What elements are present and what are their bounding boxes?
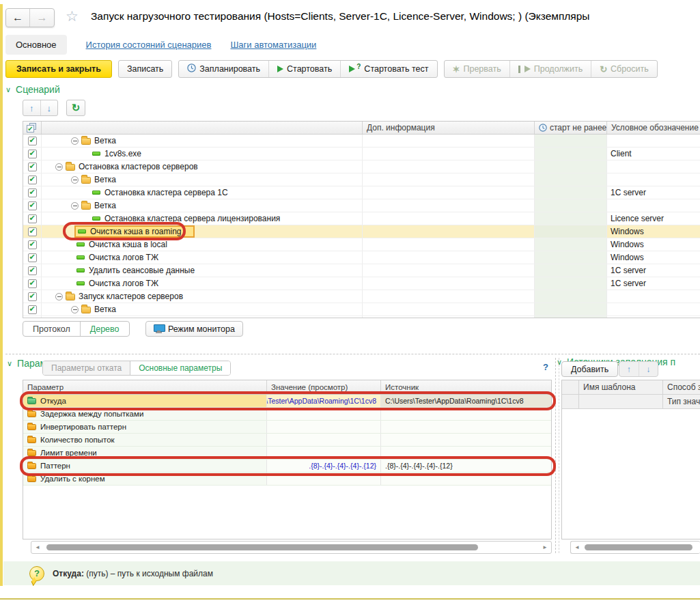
checkbox[interactable]: ✔ [28,266,37,275]
scroll-left-icon[interactable]: ◄ [574,544,580,550]
forward-button[interactable]: → [30,9,54,27]
value-column-header[interactable]: Значение (просмотр) [267,380,381,394]
param-source-cell[interactable] [381,421,551,433]
add-button[interactable]: Добавить [561,361,618,377]
move-up-button[interactable]: ↑ [23,100,41,115]
fill-sources-horizontal-scrollbar[interactable]: ◄ [570,541,700,554]
param-value-cell[interactable] [267,447,381,459]
view-protocol-button[interactable]: Протокол [23,322,81,336]
param-source-cell[interactable] [381,434,551,446]
tree-row[interactable]: ✔Очистка логов ТЖ1C server [23,277,700,290]
move-down-button[interactable]: ↓ [41,100,58,115]
param-source-cell[interactable] [381,473,551,485]
tree-row[interactable]: ✔Ветка [23,173,700,186]
checkbox[interactable]: ✔ [28,240,37,249]
param-value-cell[interactable] [267,421,381,433]
tree-row[interactable]: ✔1cv8s.exeClient [23,148,700,160]
schedule-button[interactable]: Запланировать [179,61,269,77]
checkbox[interactable]: ✔ [28,150,37,158]
param-source-cell[interactable]: .{8}-.{4}-.{4}-.{4}-.{12} [381,460,551,472]
value-type-column-header[interactable]: Тип знач [663,395,700,409]
tree-column-header[interactable] [42,122,363,134]
tree-row[interactable]: ✔Ветка [23,135,700,148]
collapse-node-icon[interactable] [71,137,79,145]
collapse-node-icon[interactable] [71,306,79,313]
fill-move-up-button[interactable]: ↑ [619,362,639,376]
param-value-cell[interactable]: C:\Users\Tester\AppData\Roaming\1C\1cv8 [267,395,381,407]
param-row[interactable]: Инвертировать паттерн [23,421,551,434]
select-all-header[interactable]: ✔ [23,122,42,134]
checkbox[interactable]: ✔ [28,214,37,223]
tree-row[interactable]: ✔Очистка кэша в localWindows [23,238,700,251]
checkbox[interactable]: ✔ [28,279,37,288]
tab-automation-steps[interactable]: Шаги автоматизации [230,40,316,50]
params-horizontal-scrollbar[interactable]: ◄ ► [31,541,552,554]
param-row[interactable]: Паттерн.{8}-.{4}-.{4}-.{4}-.{12}.{8}-.{4… [23,460,551,473]
param-row[interactable]: Количество попыток [23,434,551,447]
checkbox[interactable]: ✔ [28,227,37,236]
tree-row[interactable]: ✔Очистка логов ТЖWindows [23,251,700,264]
tree-row[interactable]: ✔Остановка кластера сервера лицензирован… [23,212,700,225]
param-value-cell[interactable] [267,434,381,446]
tree-row[interactable]: ✔Остановка кластера сервера 1С1C server [23,186,700,199]
tab-rollback-params[interactable]: Параметры отката [43,361,130,375]
save-button[interactable]: Записать [118,60,172,78]
scroll-thumb[interactable] [46,544,478,550]
help-link[interactable]: ? [543,362,548,372]
start-button[interactable]: Стартовать [269,61,341,77]
checkbox[interactable]: ✔ [28,137,37,145]
tree-row[interactable]: ✔Остановка кластеров серверов [23,160,700,173]
tree-row[interactable]: ✔Запуск кластера сервера 1С1C server [23,316,700,318]
param-row[interactable]: Удалить с корнем [23,473,551,486]
horizontal-splitter[interactable] [5,354,700,354]
tab-main-params[interactable]: Основные параметры [130,361,230,375]
template-name-column-header[interactable]: Имя шаблона [579,380,663,395]
param-value-cell[interactable] [267,473,381,485]
param-column-header[interactable]: Параметр [23,380,267,394]
param-value-cell[interactable]: .{8}-.{4}-.{4}-.{4}-.{12} [267,460,381,472]
source-column-header[interactable]: Источник [381,380,551,394]
tree-row[interactable]: ✔Очистка кэша в roamingWindows [23,225,700,238]
abort-button[interactable]: ✶ Прервать [445,61,510,77]
checkbox[interactable]: ✔ [28,163,37,171]
param-row[interactable]: ОткудаC:\Users\Tester\AppData\Roaming\1C… [23,395,551,408]
scroll-track[interactable] [41,544,542,551]
vertical-splitter[interactable] [555,358,556,553]
start-column-header[interactable]: старт не ранее… [535,122,607,134]
scroll-track[interactable] [580,544,697,551]
checkbox[interactable]: ✔ [28,176,37,184]
fill-move-down-button[interactable]: ↓ [639,362,658,376]
param-source-cell[interactable] [381,408,551,420]
checkbox[interactable]: ✔ [28,253,37,262]
tree-row[interactable]: ✔Удалить сеансовые данные1C server [23,264,700,277]
resume-button[interactable]: Продолжить [510,61,591,77]
designation-column-header[interactable]: Условное обозначение ед [607,122,700,134]
favorite-star-icon[interactable]: ☆ [66,9,79,23]
tree-row[interactable]: ✔Ветка [23,303,700,316]
param-row[interactable]: Задержка между попытками [23,408,551,421]
param-value-cell[interactable] [267,408,381,420]
monitor-mode-button[interactable]: Режим монитора [145,321,243,337]
tree-row[interactable]: ✔Запуск кластеров серверов [23,290,700,303]
save-and-close-button[interactable]: Записать и закрыть [5,60,112,78]
start-test-button[interactable]: ? Стартовать тест [341,61,436,77]
collapse-node-icon[interactable] [71,202,79,210]
collapse-node-icon[interactable] [71,176,79,184]
reset-button[interactable]: ↻ Сбросить [591,61,656,77]
checkbox[interactable]: ✔ [28,292,37,301]
back-button[interactable]: ← [6,9,30,27]
checkbox[interactable]: ✔ [28,305,37,314]
tab-scenario-history[interactable]: История состояний сценариев [86,40,212,50]
scroll-thumb[interactable] [585,544,692,550]
refresh-button[interactable]: ↻ [66,100,85,116]
collapse-node-icon[interactable] [55,163,63,171]
checkbox[interactable]: ✔ [28,201,37,210]
scroll-left-icon[interactable]: ◄ [34,544,41,550]
scroll-right-icon[interactable]: ► [542,544,548,550]
tree-row[interactable]: ✔Ветка [23,199,700,212]
view-tree-button[interactable]: Дерево [81,322,129,336]
info-column-header[interactable]: Доп. информация [363,122,535,134]
param-source-cell[interactable]: C:\Users\Tester\AppData\Roaming\1C\1cv8 [381,395,551,407]
checkbox[interactable]: ✔ [28,188,37,197]
tab-main[interactable]: Основное [5,35,67,55]
